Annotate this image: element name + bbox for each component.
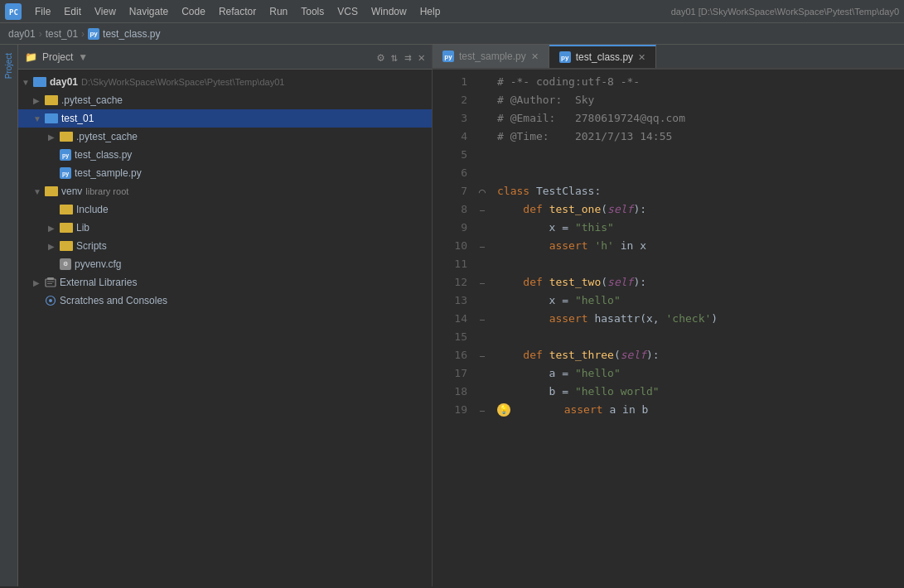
tree-label-pyvenv: pyvenv.cfg [75,258,121,270]
code-func-8: test_one [549,200,602,219]
line-num-4: 4 [433,128,467,146]
editor-tab-test-sample[interactable]: py test_sample.py ✕ [433,45,549,68]
editor-tab-test-class[interactable]: py test_class.py ✕ [549,45,656,68]
tree-item-scripts[interactable]: ▶ Scripts [18,237,432,255]
gutter-5 [474,146,491,164]
menu-run[interactable]: Run [263,4,294,19]
code-colon-7: : [594,182,601,200]
code-kw-class: class [497,182,536,200]
code-line-16: def test_three(self): [497,346,904,364]
ext-libs-icon [45,277,56,288]
code-content[interactable]: # -*- coding:utf-8 -*- # @Author: Sky # … [491,70,904,586]
code-editor[interactable]: 1 2 3 4 5 6 7 8 9 10 11 12 13 14 15 16 1… [433,70,904,586]
menu-refactor[interactable]: Refactor [212,4,263,19]
tree-arrow-day01: ▼ [22,78,33,87]
breadcrumb-test01[interactable]: test_01 [46,28,78,40]
expand-all-icon[interactable]: ⇅ [391,51,398,64]
tree-arrow-pytest-cache-inner: ▶ [48,133,60,142]
code-str-13: "hello" [575,292,621,310]
code-span-4: # @Time: 2021/7/13 14:55 [497,128,672,146]
code-line-11 [497,255,904,273]
code-line-6 [497,164,904,182]
line-num-16: 16 [433,346,467,364]
gutter-12-fold[interactable]: – [474,273,491,292]
menu-window[interactable]: Window [365,4,413,19]
scratches-icon [45,295,56,306]
gutter-10-fold[interactable]: – [474,237,491,255]
yellow-bulb-icon[interactable]: 💡 [497,403,510,417]
tree-item-lib[interactable]: ▶ Lib [18,219,432,237]
line-num-7: 7 [433,182,467,200]
menu-file[interactable]: File [28,4,57,19]
code-def-12: def [523,273,549,292]
tree-item-venv[interactable]: ▼ venv library root [18,182,432,200]
tree-item-day01[interactable]: ▼ day01 D:\SkyWorkSpace\WorkSpace\Pytest… [18,73,432,91]
file-py-icon: py [88,28,99,40]
tab-close-test-class[interactable]: ✕ [638,52,645,63]
code-indent-19 [512,401,564,419]
gutter-6 [474,164,491,182]
tree-item-scratches[interactable]: Scratches and Consoles [18,292,432,310]
menu-help[interactable]: Help [413,4,447,19]
tree-item-test-class-py[interactable]: py test_class.py [18,146,432,164]
gutter-7-fold[interactable]: ⌒ [474,182,491,200]
code-line-4: # @Time: 2021/7/13 14:55 [497,128,904,146]
gutter-14-fold[interactable]: – [474,310,491,328]
code-str-14: 'check' [666,310,712,328]
tree-item-include[interactable]: Include [18,200,432,219]
gutter-19-fold[interactable]: – [474,401,491,419]
sidebar-panel: Project [0,45,18,586]
gutter-16-fold[interactable]: – [474,346,491,364]
menu-code[interactable]: Code [175,4,212,19]
tree-label-test01: test_01 [61,113,94,124]
breadcrumb-current-file[interactable]: py test_class.py [88,28,160,40]
gutter-13 [474,292,491,310]
breadcrumb-day01[interactable]: day01 [8,28,36,40]
tree-arrow-test01: ▼ [33,114,45,123]
code-hasattr-14: hasattr(x, [594,310,665,328]
tree-item-pytest-cache-inner[interactable]: ▶ .pytest_cache [18,128,432,146]
code-paren-16: ( [614,346,621,364]
tree-item-external-libs[interactable]: ▶ External Libraries [18,273,432,292]
project-dropdown-icon[interactable]: ▼ [78,51,88,63]
code-span-2: # @Author: Sky [497,91,594,109]
tree-item-pytest-cache-root[interactable]: ▶ .pytest_cache [18,91,432,109]
gutter-9 [474,219,491,237]
line-num-19: 19 [433,401,467,419]
tree-item-test01[interactable]: ▼ test_01 [18,109,432,128]
menu-vcs[interactable]: VCS [331,4,365,19]
tree-label-include: Include [76,204,109,215]
code-paren2-12: ): [633,273,646,292]
close-panel-icon[interactable]: ✕ [418,51,425,64]
code-span-3: # @Email: 2780619724@qq.com [497,109,685,128]
tab-close-test-sample[interactable]: ✕ [531,51,539,62]
line-num-8: 8 [433,200,467,219]
svg-rect-3 [47,277,54,280]
code-in-10: in x [614,237,646,255]
menubar: PC File Edit View Navigate Code Refactor… [0,0,904,23]
tree-label-pytest-cache-inner: .pytest_cache [76,131,138,142]
menu-navigate[interactable]: Navigate [123,4,175,19]
menu-edit[interactable]: Edit [57,4,88,19]
sidebar-tab-project[interactable]: Project [2,48,15,84]
svg-point-7 [49,299,52,302]
collapse-all-icon[interactable]: ⇉ [404,51,411,64]
code-assert-14: assert [549,310,595,328]
settings-gear-icon[interactable]: ⚙ [377,51,384,64]
menu-view[interactable]: View [88,4,123,19]
code-indent-9: x [497,219,562,237]
tree-label-lib: Lib [76,222,89,234]
code-line-19: 💡 assert a in b [497,401,904,419]
code-ain-19: a in b [609,401,648,419]
tree-item-pyvenv-cfg[interactable]: ⚙ pyvenv.cfg [18,255,432,273]
editor-area: py test_sample.py ✕ py test_class.py ✕ 1… [433,45,904,586]
tree-label-day01: day01 [50,76,78,88]
code-line-8: def test_one(self): [497,200,904,219]
gutter-3 [474,109,491,128]
breadcrumb: day01 › test_01 › py test_class.py [0,23,904,45]
gutter-8-fold[interactable]: – [474,200,491,219]
tree-item-test-sample-py[interactable]: py test_sample.py [18,164,432,182]
project-panel: 📁 Project ▼ ⚙ ⇅ ⇉ ✕ ▼ day01 D:\SkyWorkSp… [18,45,433,586]
code-indent-10 [497,237,549,255]
menu-tools[interactable]: Tools [294,4,331,19]
